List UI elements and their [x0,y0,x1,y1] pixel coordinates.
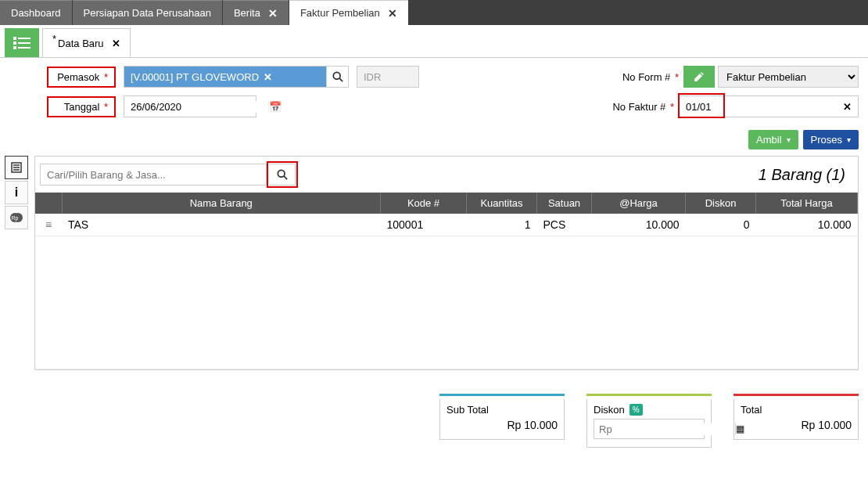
label-no-faktur: No Faktur # * [612,101,674,113]
no-faktur-field[interactable]: ✕ [679,95,859,117]
ambil-button[interactable]: Ambil▾ [748,130,798,149]
item-search-button-highlight [267,161,298,188]
svg-line-7 [339,78,343,81]
tab-persiapan[interactable]: Persiapan Data Perusahaan [73,0,222,25]
subtotal-label: Sub Total [447,404,558,416]
edit-form-button[interactable] [683,66,715,88]
label-pemasok: Pemasok * [47,67,116,88]
clear-faktur-icon[interactable]: ✕ [843,101,852,113]
tab-label: Faktur Pembelian [300,7,380,19]
action-button-row: Ambil▾ Proses▾ [0,130,868,156]
close-icon[interactable]: ✕ [112,38,120,49]
svg-rect-1 [18,38,30,39]
empty-table-area [35,236,858,369]
svg-point-15 [278,170,285,177]
total-label: Total [741,404,852,416]
supplier-search-button[interactable] [327,66,349,88]
total-value: Rp 10.000 [741,419,852,431]
cell-satuan[interactable]: PCS [537,214,592,236]
sub-tab-bar: * Data Baru ✕ [0,28,868,58]
cell-diskon[interactable]: 0 [686,214,756,236]
date-input[interactable] [124,101,268,113]
col-kode[interactable]: Kode # [381,193,467,214]
col-total[interactable]: Total Harga [756,193,858,214]
cell-kode[interactable]: 100001 [381,214,467,236]
col-satuan[interactable]: Satuan [537,193,592,214]
items-table: Nama Barang Kode # Kuantitas Satuan @Har… [35,193,858,369]
side-tab-info-icon[interactable]: i [5,181,28,204]
col-diskon[interactable]: Diskon [686,193,756,214]
clear-supplier-icon[interactable]: ✕ [264,71,272,83]
totals-row: Sub Total Rp 10.000 Diskon% ▦ Total Rp 1… [0,378,868,448]
chevron-down-icon: ▾ [847,135,851,144]
item-search-button[interactable] [269,164,296,185]
diskon-label: Diskon [594,404,625,416]
diskon-box: Diskon% ▦ [586,394,712,448]
supplier-value: [V.00001] PT GLOVEWORD [131,71,259,83]
currency-display: IDR [357,66,419,88]
tab-label: Berita [234,7,260,19]
diskon-input[interactable] [594,423,735,435]
svg-rect-5 [18,47,30,49]
diskon-input-wrap[interactable]: ▦ [594,419,705,439]
date-field[interactable]: 📅 [124,95,256,117]
item-search-input[interactable] [40,164,267,185]
svg-rect-4 [13,46,16,49]
tab-faktur-pembelian[interactable]: Faktur Pembelian✕ [289,0,408,25]
col-kuantitas[interactable]: Kuantitas [467,193,537,214]
close-icon[interactable]: ✕ [268,7,278,20]
side-icon-bar: i Rp [5,156,30,370]
svg-rect-3 [18,42,30,44]
sub-tab-data-baru[interactable]: * Data Baru ✕ [42,28,131,57]
svg-point-6 [333,72,340,79]
side-tab-currency-icon[interactable]: Rp [5,206,28,229]
side-tab-detail-icon[interactable] [5,156,28,179]
col-drag [35,193,62,214]
cell-harga[interactable]: 10.000 [592,214,686,236]
cell-kuantitas[interactable]: 1 [467,214,537,236]
chevron-down-icon: ▾ [787,135,791,144]
list-icon-button[interactable] [5,28,39,57]
close-icon[interactable]: ✕ [388,7,397,20]
subtotal-box: Sub Total Rp 10.000 [439,394,565,448]
col-harga[interactable]: @Harga [592,193,686,214]
percent-badge[interactable]: % [629,404,643,416]
svg-rect-2 [13,41,16,45]
calendar-icon[interactable]: 📅 [268,101,282,113]
label-tanggal: Tanggal * [47,96,116,117]
col-nama[interactable]: Nama Barang [62,193,381,214]
tab-label: Persiapan Data Perusahaan [84,7,211,19]
label-no-form: No Form # * [622,71,679,83]
tab-dashboard[interactable]: Dashboard [0,0,72,25]
top-tab-bar: Dashboard Persiapan Data Perusahaan Beri… [0,0,868,25]
supplier-field[interactable]: [V.00001] PT GLOVEWORD ✕ [124,66,327,88]
cell-total[interactable]: 10.000 [756,214,858,236]
sub-tab-label: Data Baru [58,38,104,49]
total-box: Total Rp 10.000 [733,394,859,448]
dirty-indicator: * [52,33,56,45]
subtotal-value: Rp 10.000 [447,419,558,431]
tab-berita[interactable]: Berita✕ [223,0,289,25]
table-row[interactable]: ≡ TAS 100001 1 PCS 10.000 0 10.000 [35,214,858,236]
svg-rect-0 [13,37,16,40]
main-content: i Rp 1 Barang (1) Nama Barang Kode # Kua [0,156,868,378]
tab-label: Dashboard [11,7,61,19]
item-count-label: 1 Barang (1) [759,166,853,184]
items-panel: 1 Barang (1) Nama Barang Kode # Kuantita… [34,156,859,370]
proses-button[interactable]: Proses▾ [803,130,859,149]
svg-line-16 [284,176,287,179]
svg-text:Rp: Rp [12,215,19,221]
form-type-select[interactable]: Faktur Pembelian [718,66,859,88]
drag-handle-icon[interactable]: ≡ [35,214,62,236]
no-faktur-input[interactable] [686,101,843,113]
form-area: Pemasok * [V.00001] PT GLOVEWORD ✕ IDR N… [0,58,868,130]
cell-nama[interactable]: TAS [62,214,381,236]
